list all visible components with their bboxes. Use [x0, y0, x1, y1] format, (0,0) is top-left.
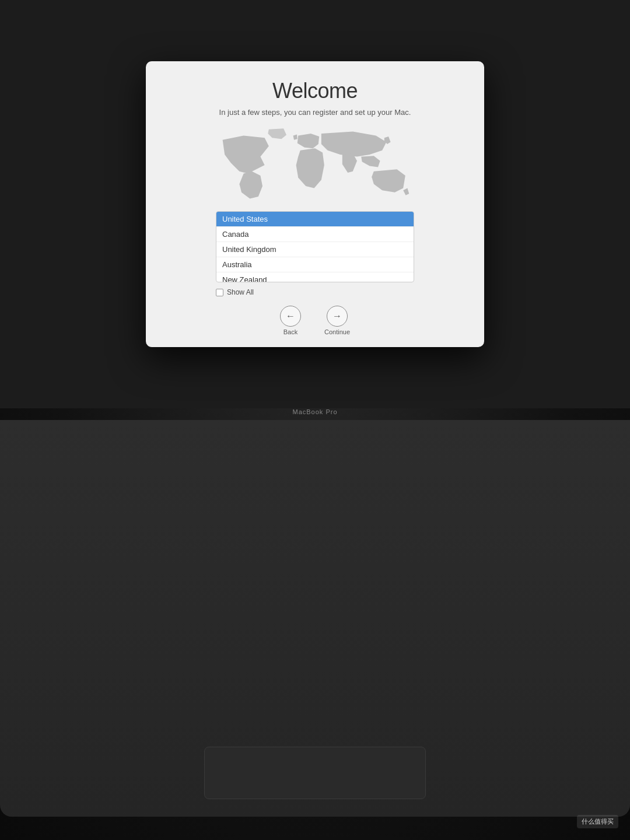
- continue-label: Continue: [324, 328, 350, 335]
- world-map-icon: [210, 127, 420, 203]
- country-item-ca[interactable]: Canada: [216, 227, 414, 242]
- setup-window: Welcome In just a few steps, you can reg…: [146, 61, 484, 347]
- continue-icon: →: [327, 306, 348, 327]
- country-item-au[interactable]: Australia: [216, 257, 414, 272]
- country-item-uk[interactable]: United Kingdom: [216, 242, 414, 257]
- screen-area: Welcome In just a few steps, you can reg…: [0, 0, 630, 408]
- continue-button[interactable]: → Continue: [324, 306, 350, 335]
- country-item-nz[interactable]: New Zealand: [216, 272, 414, 282]
- back-icon: ←: [280, 306, 301, 327]
- macbook-pro-label: MacBook Pro: [292, 408, 337, 415]
- show-all-label: Show All: [227, 288, 254, 296]
- country-item-us[interactable]: United States: [216, 212, 414, 227]
- back-button[interactable]: ← Back: [280, 306, 301, 335]
- back-label: Back: [284, 328, 298, 335]
- country-list: United States Canada United Kingdom Aust…: [216, 211, 414, 282]
- window-title: Welcome: [272, 79, 358, 103]
- keyboard-area: esc ☀ ☀ ⌨ ⌨ 🔇 🔉 🔊 ~` !1 @2 #3 $4 %5 ^6 &…: [0, 420, 630, 817]
- show-all-checkbox[interactable]: [216, 289, 223, 296]
- trackpad[interactable]: [204, 747, 426, 799]
- window-subtitle: In just a few steps, you can register an…: [219, 108, 411, 117]
- world-map-container: [169, 127, 461, 203]
- watermark: 什么值得买: [577, 815, 618, 828]
- show-all-row: Show All: [216, 288, 414, 296]
- nav-buttons: ← Back → Continue: [280, 306, 350, 335]
